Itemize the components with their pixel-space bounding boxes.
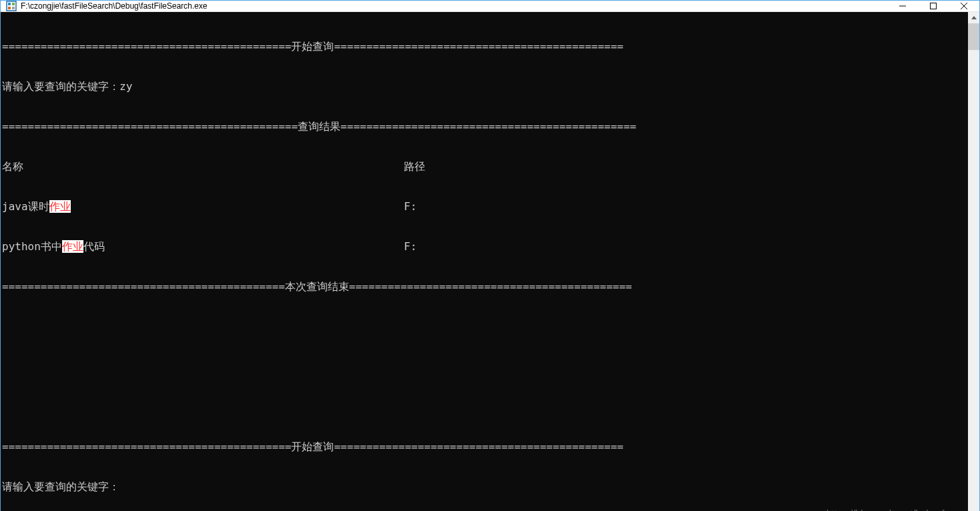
vertical-scrollbar[interactable] (968, 12, 979, 511)
scroll-track[interactable] (968, 23, 979, 510)
result-name-suffix: 代码 (83, 240, 105, 253)
result-path: F: (404, 200, 417, 213)
console-area: ========================================… (1, 12, 979, 511)
minimize-button[interactable] (887, 1, 918, 11)
blank-line (2, 320, 968, 334)
header-path: 路径 (404, 160, 425, 173)
result-name-highlight: 作业 (49, 200, 71, 213)
maximize-button[interactable] (918, 1, 949, 11)
svg-rect-2 (12, 3, 15, 5)
result-row: python书中作业代码F: (2, 240, 968, 253)
svg-rect-4 (12, 7, 15, 9)
result-path: F: (404, 240, 417, 253)
svg-rect-6 (931, 3, 937, 9)
divider-results: ========================================… (2, 120, 968, 133)
divider-start-2: ========================================… (2, 440, 968, 454)
blank-line (2, 400, 968, 414)
close-button[interactable] (949, 1, 979, 11)
results-header: 名称路径 (2, 160, 968, 173)
svg-rect-1 (8, 3, 11, 5)
app-window: F:\czongjie\fastFileSearch\Debug\fastFil… (0, 0, 980, 511)
prompt-line-1: 请输入要查询的关键字：zy (2, 80, 968, 93)
prompt-label: 请输入要查询的关键字： (2, 80, 119, 93)
result-name-prefix: python书中 (2, 240, 62, 253)
blank-line (2, 360, 968, 374)
prompt-line-2: 请输入要查询的关键字： (2, 480, 968, 494)
divider-end: ========================================… (2, 280, 968, 294)
result-row: java课时作业F: (2, 200, 968, 213)
query-input-1: zy (119, 80, 132, 93)
divider-start: ========================================… (2, 40, 968, 53)
titlebar: F:\czongjie\fastFileSearch\Debug\fastFil… (1, 1, 979, 12)
scroll-up-button[interactable] (968, 12, 979, 23)
window-controls (887, 1, 979, 11)
scroll-thumb[interactable] (968, 23, 979, 50)
result-name-highlight: 作业 (62, 240, 83, 253)
app-icon (6, 1, 17, 11)
window-title: F:\czongjie\fastFileSearch\Debug\fastFil… (21, 1, 887, 11)
result-name-prefix: java课时 (2, 200, 49, 213)
svg-rect-3 (8, 7, 11, 9)
prompt-label: 请输入要查询的关键字： (2, 480, 119, 493)
header-name: 名称 (2, 160, 23, 173)
svg-marker-9 (971, 16, 977, 19)
console-output[interactable]: ========================================… (1, 12, 968, 511)
